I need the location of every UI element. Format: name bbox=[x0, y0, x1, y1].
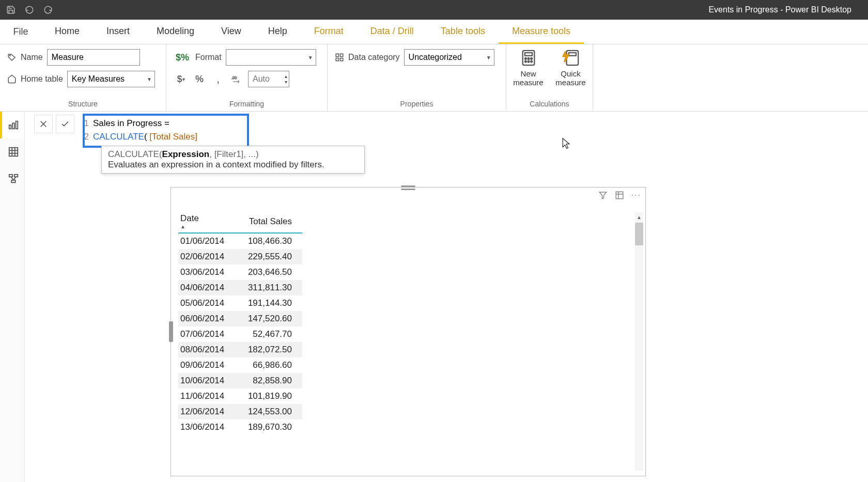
scroll-up-icon[interactable]: ▲ bbox=[635, 212, 643, 222]
group-label-formatting: Formatting bbox=[174, 100, 320, 110]
svg-rect-4 bbox=[336, 58, 338, 61]
svg-rect-32 bbox=[616, 192, 623, 199]
formula-line-1: Sales in Progress = bbox=[93, 117, 169, 130]
cell-date: 10/06/2014 bbox=[178, 373, 235, 388]
ribbon-group-properties: Data category ▼ Properties bbox=[328, 44, 506, 111]
drag-handle-icon[interactable] bbox=[401, 185, 415, 190]
svg-rect-25 bbox=[14, 175, 17, 177]
cell-value: 229,555.40 bbox=[235, 249, 302, 265]
name-label: Name bbox=[21, 53, 43, 62]
app-title: Events in Progress - Power BI Desktop bbox=[53, 5, 862, 14]
filter-icon[interactable] bbox=[598, 191, 608, 202]
view-switcher bbox=[0, 112, 25, 482]
svg-point-13 bbox=[531, 61, 532, 63]
home-table-label: Home table bbox=[21, 74, 63, 84]
quick-measure-label: Quick measure bbox=[555, 69, 585, 87]
tab-measure-tools[interactable]: Measure tools bbox=[499, 20, 584, 44]
format-select[interactable] bbox=[226, 49, 316, 66]
comma-button[interactable]: , bbox=[211, 71, 225, 87]
ribbon: Name Home table ▼ Structure $% bbox=[0, 44, 868, 112]
svg-point-9 bbox=[528, 58, 529, 59]
cell-value: 191,144.30 bbox=[235, 296, 302, 311]
tab-file[interactable]: File bbox=[0, 20, 41, 44]
percent-button[interactable]: % bbox=[192, 71, 207, 87]
model-view-button[interactable] bbox=[0, 165, 24, 192]
currency-button[interactable]: $ ▾ bbox=[174, 71, 188, 87]
svg-rect-2 bbox=[336, 54, 338, 56]
table-row[interactable]: 04/06/2014311,811.30 bbox=[178, 280, 302, 296]
home-icon bbox=[7, 74, 17, 84]
undo-icon[interactable] bbox=[25, 5, 34, 14]
table-row[interactable]: 10/06/201482,858.90 bbox=[178, 373, 302, 388]
tab-insert[interactable]: Insert bbox=[93, 20, 143, 44]
cell-value: 311,811.30 bbox=[235, 280, 302, 296]
cell-date: 11/06/2014 bbox=[178, 388, 235, 404]
svg-rect-3 bbox=[340, 54, 343, 56]
ribbon-group-structure: Name Home table ▼ Structure bbox=[0, 44, 166, 111]
formula-commit-button[interactable] bbox=[56, 115, 74, 133]
tab-view[interactable]: View bbox=[208, 20, 255, 44]
line-number: 2 bbox=[81, 130, 93, 144]
calculator-icon bbox=[518, 49, 539, 67]
table-visual[interactable]: ··· Date Total Sales 01/06/2014108,466.3… bbox=[171, 187, 646, 476]
save-icon[interactable] bbox=[6, 5, 16, 14]
cell-value: 66,986.60 bbox=[235, 357, 302, 373]
resize-handle-left[interactable] bbox=[169, 321, 173, 342]
col-header-total-sales[interactable]: Total Sales bbox=[235, 210, 302, 233]
table-row[interactable]: 08/06/2014182,072.50 bbox=[178, 342, 302, 357]
data-category-select[interactable] bbox=[404, 49, 494, 66]
formula-editor[interactable]: 1 Sales in Progress = 2 CALCULATE( [Tota… bbox=[78, 115, 864, 145]
scroll-thumb[interactable] bbox=[635, 223, 643, 245]
tab-format[interactable]: Format bbox=[301, 20, 357, 44]
svg-point-12 bbox=[528, 61, 529, 63]
table-row[interactable]: 07/06/201452,467.70 bbox=[178, 326, 302, 342]
cell-date: 06/06/2014 bbox=[178, 311, 235, 326]
tab-modeling[interactable]: Modeling bbox=[143, 20, 208, 44]
table-row[interactable]: 09/06/201466,986.60 bbox=[178, 357, 302, 373]
table-row[interactable]: 12/06/2014124,553.00 bbox=[178, 404, 302, 419]
tab-home[interactable]: Home bbox=[41, 20, 93, 44]
table-row[interactable]: 01/06/2014108,466.30 bbox=[178, 233, 302, 249]
table-row[interactable]: 03/06/2014203,646.50 bbox=[178, 265, 302, 280]
svg-rect-17 bbox=[12, 123, 14, 129]
table-row[interactable]: 02/06/2014229,555.40 bbox=[178, 249, 302, 265]
home-table-select[interactable] bbox=[67, 71, 155, 87]
formula-line-2: CALCULATE( [Total Sales] bbox=[93, 130, 197, 144]
cell-date: 12/06/2014 bbox=[178, 404, 235, 419]
svg-rect-15 bbox=[568, 53, 576, 56]
svg-line-27 bbox=[11, 177, 13, 180]
tab-table-tools[interactable]: Table tools bbox=[427, 20, 499, 44]
group-label-calculations: Calculations bbox=[514, 100, 585, 110]
decimal-places-input[interactable] bbox=[248, 71, 289, 87]
name-input[interactable] bbox=[47, 49, 140, 66]
cell-date: 08/06/2014 bbox=[178, 342, 235, 357]
quick-measure-button[interactable]: Quick measure bbox=[553, 49, 589, 87]
cell-date: 13/06/2014 bbox=[178, 419, 235, 435]
new-measure-button[interactable]: New measure bbox=[510, 49, 547, 87]
cell-value: 101,819.90 bbox=[235, 388, 302, 404]
formula-cancel-button[interactable] bbox=[34, 115, 53, 133]
report-view-button[interactable] bbox=[0, 112, 24, 138]
scrollbar[interactable]: ▲ bbox=[635, 212, 643, 471]
table-row[interactable]: 11/06/2014101,819.90 bbox=[178, 388, 302, 404]
svg-point-11 bbox=[524, 61, 526, 63]
data-view-button[interactable] bbox=[0, 138, 24, 165]
cell-value: 203,646.50 bbox=[235, 265, 302, 280]
focus-mode-icon[interactable] bbox=[615, 191, 624, 202]
redo-icon[interactable] bbox=[43, 5, 53, 14]
decimal-button[interactable]: .00 bbox=[229, 71, 244, 87]
svg-rect-26 bbox=[11, 180, 15, 183]
data-table: Date Total Sales 01/06/2014108,466.3002/… bbox=[178, 210, 302, 435]
tab-data-drill[interactable]: Data / Drill bbox=[357, 20, 427, 44]
ribbon-group-calculations: New measure Quick measure Calculations bbox=[506, 44, 593, 111]
svg-rect-18 bbox=[16, 121, 18, 129]
col-header-date[interactable]: Date bbox=[178, 210, 235, 233]
tab-help[interactable]: Help bbox=[255, 20, 301, 44]
table-row[interactable]: 13/06/2014189,670.30 bbox=[178, 419, 302, 435]
currency-format-icon[interactable]: $% bbox=[174, 49, 191, 66]
category-icon bbox=[335, 53, 344, 62]
format-label: Format bbox=[195, 53, 222, 62]
table-row[interactable]: 06/06/2014147,520.60 bbox=[178, 311, 302, 326]
more-options-icon[interactable]: ··· bbox=[631, 191, 641, 202]
table-row[interactable]: 05/06/2014191,144.30 bbox=[178, 296, 302, 311]
